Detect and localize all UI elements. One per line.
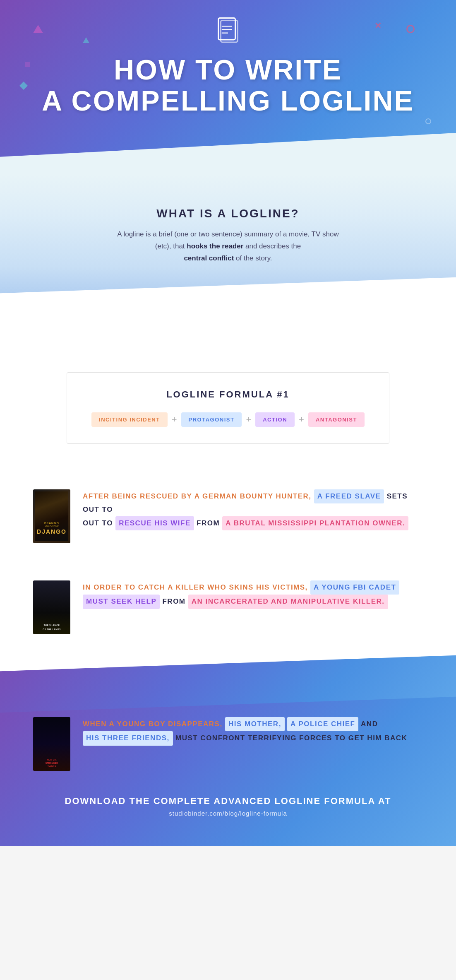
silence-poster: THE SILENCE OF THE LAMBS — [33, 580, 70, 634]
deco-circle-1 — [406, 25, 415, 33]
stranger-text: WHEN A YOUNG BOY DISAPPEARS, HIS MOTHER,… — [83, 717, 407, 746]
formula-box: LOGLINE FORMULA #1 INCITING INCIDENT + P… — [67, 372, 389, 444]
stranger-poster: NETFLIX STRANGER THINGS — [33, 717, 70, 771]
pill-inciting: INCITING INCIDENT — [91, 412, 168, 427]
deco-square — [25, 62, 30, 67]
logline-title: WHAT IS A LOGLINE? — [8, 207, 448, 220]
pill-action: ACTION — [255, 412, 295, 427]
logline-body: A logline is a brief (one or two sentenc… — [112, 229, 344, 265]
deco-triangle-1 — [33, 25, 43, 33]
django-example: DJANGO UNCHAINED AFTER BEING RESCUED BY … — [33, 477, 423, 543]
hero-section: ✕ HOW TO WRITE A COMPELLING LOGLINE — [0, 0, 456, 174]
plus-1: + — [172, 414, 177, 425]
plus-2: + — [246, 414, 251, 425]
download-section: DOWNLOAD THE COMPLETE ADVANCED LOGLINE F… — [33, 796, 423, 817]
download-title: DOWNLOAD THE COMPLETE ADVANCED LOGLINE F… — [33, 796, 423, 807]
pill-protagonist: PROTAGONIST — [181, 412, 242, 427]
download-url: studiobinder.com/blog/logline-formula — [33, 810, 423, 817]
plus-3: + — [299, 414, 304, 425]
examples-section: DJANGO UNCHAINED AFTER BEING RESCUED BY … — [0, 469, 456, 684]
django-text: AFTER BEING RESCUED BY A GERMAN BOUNTY H… — [83, 489, 423, 531]
formula-section: LOGLINE FORMULA #1 INCITING INCIDENT + P… — [0, 339, 456, 469]
django-poster: DJANGO UNCHAINED — [33, 489, 70, 543]
bottom-content: NETFLIX STRANGER THINGS WHEN A YOUNG BOY… — [33, 705, 423, 817]
deco-circle-2 — [425, 118, 431, 124]
silence-example: THE SILENCE OF THE LAMBS IN ORDER TO CAT… — [33, 568, 423, 634]
deco-triangle-2 — [83, 37, 89, 43]
silence-text: IN ORDER TO CATCH A KILLER WHO SKINS HIS… — [83, 580, 423, 609]
document-icon — [216, 17, 240, 50]
pill-antagonist: ANTAGONIST — [308, 412, 365, 427]
formula-pills: INCITING INCIDENT + PROTAGONIST + ACTION… — [88, 412, 368, 427]
deco-diamond — [19, 82, 28, 90]
hero-title: HOW TO WRITE A COMPELLING LOGLINE — [42, 54, 414, 116]
deco-cross: ✕ — [374, 21, 382, 31]
formula-title: LOGLINE FORMULA #1 — [88, 389, 368, 400]
stranger-example: NETFLIX STRANGER THINGS WHEN A YOUNG BOY… — [33, 705, 423, 771]
logline-section: WHAT IS A LOGLINE? A logline is a brief … — [0, 174, 456, 306]
bottom-section: NETFLIX STRANGER THINGS WHEN A YOUNG BOY… — [0, 684, 456, 846]
django-poster-label — [33, 540, 70, 542]
